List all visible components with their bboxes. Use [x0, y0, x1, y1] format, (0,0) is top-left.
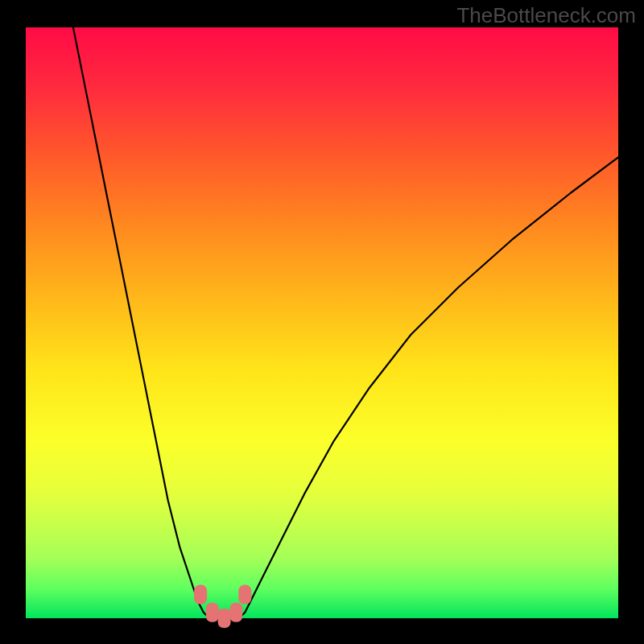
marker-left-outer — [194, 585, 207, 605]
marker-bottom-mid — [218, 609, 231, 628]
chart-svg — [26, 27, 618, 618]
markers-group — [194, 585, 251, 628]
figure-root: TheBottleneck.com — [0, 0, 644, 644]
marker-right-inner — [229, 603, 242, 622]
curve-left — [73, 27, 209, 618]
marker-left-inner — [206, 603, 219, 622]
plot-area — [26, 27, 618, 618]
marker-right-outer — [238, 585, 251, 605]
curve-right — [239, 158, 618, 619]
watermark-text: TheBottleneck.com — [456, 3, 636, 28]
